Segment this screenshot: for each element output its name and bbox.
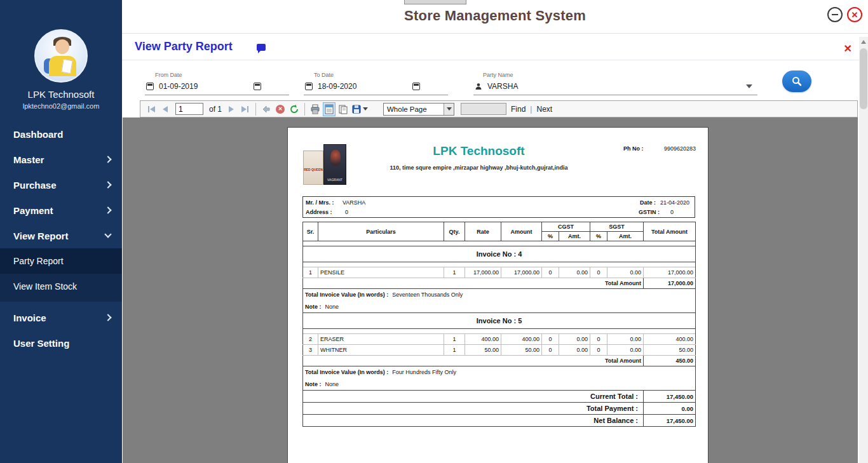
to-date-field[interactable]: To Date 18-09-2020 (304, 70, 448, 95)
chevron-down-icon (104, 231, 111, 238)
previous-page-button[interactable] (159, 102, 172, 116)
table-header-row: Sr. Particulars Qty. Rate Amount CGST SG… (303, 222, 696, 232)
customer-name-value: VARSHA (342, 199, 365, 206)
zoom-dropdown-button[interactable] (444, 104, 454, 115)
calendar-icon[interactable] (146, 83, 154, 90)
chevron-right-icon (104, 181, 111, 188)
customer-info-box: Mr. / Mrs. : VARSHA Address : 0 Date : 2… (302, 196, 695, 218)
chevron-down-icon[interactable] (746, 84, 752, 88)
report-table: Sr. Particulars Qty. Rate Amount CGST SG… (302, 222, 696, 427)
report-date-value: 21-04-2020 (660, 199, 689, 206)
sidebar-item-view-item-stock[interactable]: View Item Stock (0, 274, 122, 299)
sidebar-item-label: Payment (13, 205, 53, 216)
printer-icon (310, 104, 320, 114)
last-page-button[interactable] (239, 102, 252, 116)
minimize-icon (832, 14, 838, 15)
to-date-value[interactable]: 18-09-2020 (318, 82, 356, 91)
sidebar-item-master[interactable]: Master (0, 147, 122, 172)
page-close-button[interactable]: ✕ (844, 43, 852, 55)
sidebar-item-purchase[interactable]: Purchase (0, 172, 122, 198)
invoice-total-row: Total Amount 17,000.00 (303, 278, 696, 289)
from-date-label: From Date (155, 72, 182, 78)
refresh-button[interactable] (288, 102, 301, 116)
sidebar-item-label: Purchase (13, 180, 57, 191)
gstin-value: 0 (670, 209, 674, 215)
col-sgst-amt: Amt. (607, 232, 644, 241)
find-button[interactable]: Find (511, 105, 526, 114)
app-window: LPK Technosoft lpktechno02@gmail.com Das… (0, 0, 868, 463)
profile-avatar (34, 29, 88, 83)
gstin-label: GSTIN : (639, 209, 660, 215)
report-date-label: Date : (640, 199, 656, 206)
page-setup-icon (338, 104, 348, 114)
chevron-down-icon (363, 107, 368, 111)
summary-row-total-payment: Total Payment : 0.00 (303, 403, 696, 415)
print-layout-button[interactable] (323, 102, 336, 116)
find-next-button[interactable]: Next (536, 105, 552, 114)
col-total-amount: Total Amount (644, 222, 696, 241)
stop-button[interactable]: ✕ (274, 102, 287, 116)
sidebar-item-label: Dashboard (13, 129, 63, 140)
from-date-field[interactable]: From Date 01-09-2019 (145, 70, 289, 95)
print-button[interactable] (309, 102, 322, 116)
view-report-submenu: Party Report View Item Stock (0, 248, 122, 302)
party-name-value[interactable]: VARSHA (487, 82, 518, 91)
page-number-input[interactable] (175, 103, 203, 115)
calendar-dropdown-icon[interactable] (412, 83, 420, 90)
window-drag-notch[interactable] (404, 0, 466, 4)
calendar-icon[interactable] (305, 83, 313, 90)
report-page: RED QUEEN VAGRANT LPK Technosoft 110, ti… (287, 127, 709, 463)
sidebar-item-label: Master (13, 154, 44, 165)
report-viewer-toolbar: of 1 ✕ (140, 100, 858, 117)
back-button[interactable] (260, 102, 273, 116)
customer-address-label: Address : (306, 209, 332, 215)
first-page-button[interactable] (145, 102, 158, 116)
sidebar-item-party-report[interactable]: Party Report (0, 248, 122, 274)
customer-address-value: 0 (345, 209, 348, 215)
person-icon (475, 83, 482, 90)
chevron-down-icon (447, 107, 452, 111)
from-date-value[interactable]: 01-09-2019 (159, 82, 198, 91)
page-setup-button[interactable] (337, 102, 349, 116)
app-title: Store Management System (122, 0, 868, 32)
report-canvas[interactable]: RED QUEEN VAGRANT LPK Technosoft 110, ti… (123, 117, 858, 463)
chevron-right-icon (104, 156, 111, 163)
sidebar-item-dashboard[interactable]: Dashboard (0, 121, 122, 147)
title-bar: Store Management System ✕ (122, 0, 868, 34)
vertical-scrollbar[interactable] (859, 37, 868, 463)
sidebar-item-view-report[interactable]: View Report (0, 223, 122, 248)
calendar-dropdown-icon[interactable] (254, 83, 261, 90)
page-count-label: of 1 (209, 105, 222, 114)
report-phone-label: Ph No : (623, 145, 644, 152)
party-name-field[interactable]: Party Name VARSHA (473, 70, 757, 95)
close-button[interactable]: ✕ (847, 7, 862, 22)
export-button[interactable] (351, 102, 369, 116)
col-sgst-pct: % (590, 232, 607, 241)
zoom-value: Whole Page (384, 105, 444, 113)
col-amount: Amount (501, 222, 542, 241)
sidebar-item-invoice[interactable]: Invoice (0, 305, 122, 330)
sidebar-item-label: View Item Stock (13, 281, 77, 292)
scrollbar-thumb[interactable] (860, 48, 867, 109)
sidebar-item-payment[interactable]: Payment (0, 198, 122, 223)
sidebar-item-user-setting[interactable]: User Setting (0, 330, 122, 356)
find-input[interactable] (461, 103, 506, 115)
sidebar-item-label: User Setting (13, 338, 69, 349)
search-icon (791, 76, 803, 87)
col-particulars: Particulars (318, 222, 444, 241)
next-page-button[interactable] (225, 102, 238, 116)
chevron-right-icon (104, 314, 111, 321)
sidebar-nav: Dashboard Master Purchase Payment View R… (0, 121, 122, 356)
scrollbar-up-arrow-icon[interactable] (861, 40, 866, 44)
report-company-name: LPK Technosoft (288, 144, 670, 158)
report-phone-value: 9909620283 (664, 145, 696, 152)
invoice-note-row: Note :None (303, 379, 696, 391)
search-button[interactable] (782, 70, 811, 92)
col-cgst-amt: Amt. (559, 232, 590, 241)
print-layout-icon (325, 104, 334, 114)
chevron-right-icon (104, 206, 111, 213)
zoom-select[interactable]: Whole Page (383, 103, 454, 116)
invoice-words-row: Total Invoice Value (In words) :Four Hun… (303, 366, 696, 379)
minimize-button[interactable] (827, 7, 843, 22)
main-content: View Party Report ✕ From Date 01-09-2019… (122, 34, 868, 463)
